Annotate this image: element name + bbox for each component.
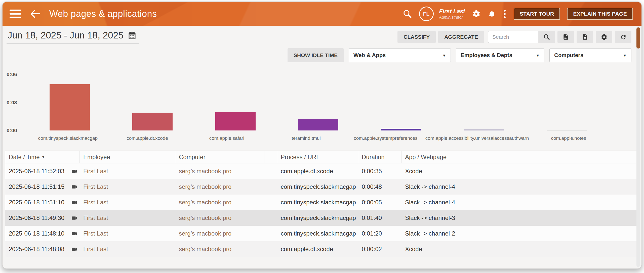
bar-com-apple-safari[interactable] xyxy=(215,112,256,130)
cell-datetime: 2025-06-18 11:51:10 xyxy=(5,195,80,210)
search-icon[interactable] xyxy=(403,9,412,19)
avatar[interactable]: FL xyxy=(419,7,434,21)
app-header: Web pages & applications FL First Last A… xyxy=(3,2,641,26)
cell-computer[interactable]: serg’s macbook pro xyxy=(175,179,264,195)
settings-gear-icon[interactable] xyxy=(596,31,612,43)
aggregate-button[interactable]: AGGREGATE xyxy=(438,31,484,43)
bar-teramind-tmui[interactable] xyxy=(298,119,338,130)
table-row[interactable]: 2025-06-18 11:48:10First Lastserg’s macb… xyxy=(5,226,639,241)
gear-icon[interactable] xyxy=(472,10,481,18)
cell-employee[interactable]: First Last xyxy=(80,179,175,195)
bar-label: com.apple.notes xyxy=(529,135,608,141)
cell-datetime: 2025-06-18 11:51:15 xyxy=(5,179,80,195)
cell-computer[interactable]: serg’s macbook pro xyxy=(175,210,264,226)
page-title: Web pages & applications xyxy=(49,9,157,19)
column-header-label: Employee xyxy=(83,154,110,161)
export-csv-icon[interactable] xyxy=(577,31,593,43)
y-axis-tick: 0:06 xyxy=(7,71,17,77)
cell-computer[interactable]: serg’s macbook pro xyxy=(175,163,264,179)
user-menu[interactable]: First Last Administrator xyxy=(439,8,465,20)
bar-com-apple-systempreferences[interactable] xyxy=(381,129,421,130)
cell-empty xyxy=(264,195,277,210)
search-input[interactable] xyxy=(488,31,538,43)
start-tour-button[interactable]: START TOUR xyxy=(514,8,560,20)
refresh-icon[interactable] xyxy=(615,31,631,43)
export-pdf-icon[interactable] xyxy=(557,31,574,43)
column-header-process-url[interactable]: Process / URL xyxy=(277,151,358,163)
bar-label: com.apple.accessibility.universalaccessa… xyxy=(425,135,529,141)
column-header-computer[interactable]: Computer xyxy=(175,151,264,163)
table-row[interactable]: 2025-06-18 11:51:15First Lastserg’s macb… xyxy=(5,179,639,195)
cell-process: com.tinyspeck.slackmacgap xyxy=(277,179,358,195)
date-range-picker[interactable]: Jun 18, 2025 - Jun 18, 2025 xyxy=(7,30,139,44)
cell-datetime: 2025-06-18 11:48:08 xyxy=(5,241,80,257)
bar-slot xyxy=(111,113,194,130)
bar-slot xyxy=(442,129,525,130)
column-header-label: Date / Time xyxy=(9,154,40,161)
cell-employee[interactable]: First Last xyxy=(80,241,175,257)
column-header-duration[interactable]: Duration xyxy=(358,151,401,163)
search-submit-icon[interactable] xyxy=(538,31,555,43)
cell-employee[interactable]: First Last xyxy=(80,163,175,179)
back-arrow-icon[interactable] xyxy=(30,9,41,18)
table-row[interactable]: 2025-06-18 11:48:08First Lastserg’s macb… xyxy=(5,241,639,257)
bar-com-apple-notes[interactable] xyxy=(547,130,587,130)
cell-app: Xcode xyxy=(401,163,639,179)
cell-computer[interactable]: serg’s macbook pro xyxy=(175,195,264,210)
y-axis: 0:060:030:00 xyxy=(7,74,27,130)
bar-label: com.apple.dt.xcode xyxy=(108,135,187,141)
cell-duration: 0:00:48 xyxy=(358,179,401,195)
computers-dropdown[interactable]: Computers ▼ xyxy=(549,48,631,62)
bar-com-apple-accessibility-universalaccessauthwarn[interactable] xyxy=(464,129,504,130)
show-idle-time-button[interactable]: SHOW IDLE TIME xyxy=(288,48,344,62)
table-row[interactable]: 2025-06-18 11:49:30First Lastserg’s macb… xyxy=(5,210,639,226)
menu-icon[interactable] xyxy=(10,10,21,18)
cell-app: Slack -> channel-4 xyxy=(401,195,639,210)
column-header-employee[interactable]: Employee xyxy=(80,151,175,163)
bar-com-apple-dt-xcode[interactable] xyxy=(132,113,173,130)
bar-label: com.apple.safari xyxy=(187,135,267,141)
cell-computer[interactable]: serg’s macbook pro xyxy=(175,226,264,241)
cell-empty xyxy=(264,226,277,241)
column-header-label: Duration xyxy=(362,154,385,161)
cell-empty xyxy=(264,179,277,195)
classify-button[interactable]: CLASSIFY xyxy=(397,31,436,43)
bell-icon[interactable] xyxy=(488,10,496,18)
cell-employee[interactable]: First Last xyxy=(80,210,175,226)
chevron-down-icon: ▼ xyxy=(536,53,540,58)
bar-slot xyxy=(28,84,111,130)
column-header-app-webpage[interactable]: App / Webpage xyxy=(401,151,639,163)
bar-label: com.tinyspeck.slackmacgap xyxy=(28,135,108,141)
vertical-scrollbar[interactable] xyxy=(636,27,640,267)
cell-process: com.tinyspeck.slackmacgap xyxy=(277,210,358,226)
table-row[interactable]: 2025-06-18 11:51:10First Lastserg’s macb… xyxy=(5,195,639,210)
chevron-down-icon: ▼ xyxy=(623,53,627,58)
user-role: Administrator xyxy=(439,15,465,20)
bar-com-tinyspeck-slackmacgap[interactable] xyxy=(50,84,90,130)
web-apps-dropdown-label: Web & Apps xyxy=(353,52,386,59)
table-header: Date / Time▾EmployeeComputerProcess / UR… xyxy=(5,151,639,163)
employees-depts-dropdown-label: Employees & Depts xyxy=(461,52,512,59)
user-name: First Last xyxy=(439,8,465,15)
video-camera-icon[interactable] xyxy=(71,215,78,221)
video-camera-icon[interactable] xyxy=(71,230,78,237)
employees-depts-dropdown[interactable]: Employees & Depts ▼ xyxy=(456,48,544,62)
explain-page-button[interactable]: EXPLAIN THIS PAGE xyxy=(567,8,633,20)
video-camera-icon[interactable] xyxy=(71,199,78,206)
video-camera-icon[interactable] xyxy=(71,184,78,190)
scrollbar-thumb[interactable] xyxy=(636,27,640,49)
cell-employee[interactable]: First Last xyxy=(80,226,175,241)
video-camera-icon[interactable] xyxy=(71,168,78,175)
video-camera-icon[interactable] xyxy=(71,246,78,253)
web-apps-dropdown[interactable]: Web & Apps ▼ xyxy=(349,48,451,62)
cell-computer[interactable]: serg’s macbook pro xyxy=(175,241,264,257)
bar-slot xyxy=(277,119,359,130)
column-header-date-time[interactable]: Date / Time▾ xyxy=(5,151,80,163)
table-row[interactable]: 2025-06-18 11:52:03First Lastserg’s macb… xyxy=(5,163,639,179)
cell-datetime: 2025-06-18 11:52:03 xyxy=(5,163,80,179)
chart-plot-area xyxy=(28,74,608,130)
kebab-menu-icon[interactable] xyxy=(503,9,507,19)
y-axis-tick: 0:03 xyxy=(7,100,17,106)
cell-datetime: 2025-06-18 11:49:30 xyxy=(5,210,80,226)
cell-employee[interactable]: First Last xyxy=(80,195,175,210)
